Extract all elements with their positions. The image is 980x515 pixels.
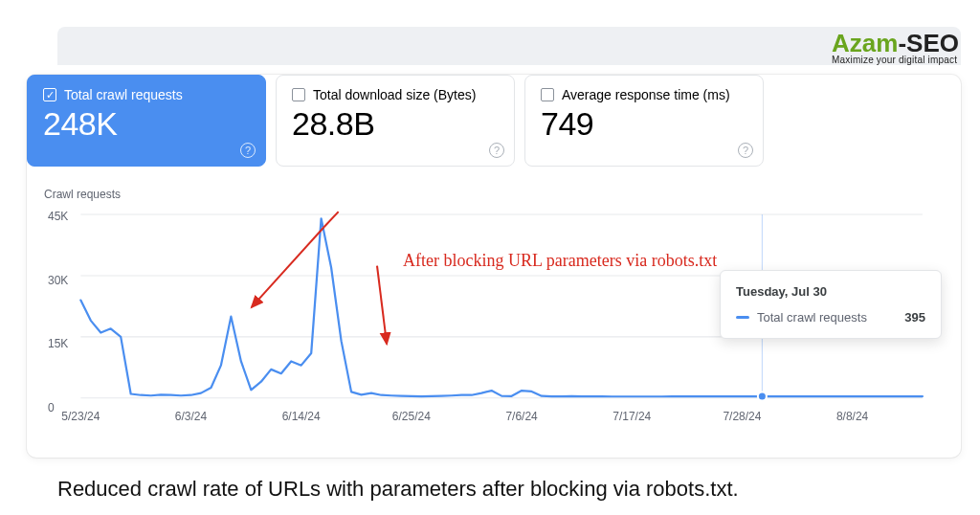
checkbox-icon xyxy=(541,88,554,101)
tooltip-title: Tuesday, Jul 30 xyxy=(736,284,925,299)
tile-label: Total download size (Bytes) xyxy=(313,87,476,102)
checkbox-icon xyxy=(292,88,305,101)
x-tick-label: 6/3/24 xyxy=(175,410,207,423)
series-color-swatch xyxy=(736,316,749,319)
page-header-strip xyxy=(57,27,961,65)
metric-tiles: Total crawl requests 248K ? Total downlo… xyxy=(27,75,961,167)
x-tick-label: 6/25/24 xyxy=(392,410,431,423)
tile-label: Average response time (ms) xyxy=(562,87,730,102)
logo-part-b: -SEO xyxy=(898,29,959,57)
tile-label: Total crawl requests xyxy=(64,87,183,102)
x-tick-label: 8/8/24 xyxy=(836,410,868,423)
x-tick-label: 7/6/24 xyxy=(505,410,537,423)
svg-point-5 xyxy=(758,392,767,401)
chart-tooltip: Tuesday, Jul 30 Total crawl requests 395 xyxy=(720,270,942,339)
chart-title: Crawl requests xyxy=(44,188,932,201)
tooltip-value: 395 xyxy=(904,310,925,325)
brand-logo: Azam-SEO Maximize your digital impact xyxy=(832,31,959,65)
x-tick-label: 6/14/24 xyxy=(282,410,321,423)
tile-avg-response-time[interactable]: Average response time (ms) 749 ? xyxy=(524,75,764,167)
x-tick-label: 7/17/24 xyxy=(612,410,651,423)
x-tick-label: 5/23/24 xyxy=(61,410,100,423)
tile-value: 749 xyxy=(541,106,747,142)
help-icon[interactable]: ? xyxy=(489,143,504,158)
checkbox-icon xyxy=(43,88,56,101)
logo-part-a: Azam xyxy=(832,29,898,57)
line-chart[interactable]: 45K 30K 15K 0 After blocking URL paramet… xyxy=(44,203,932,423)
tile-total-crawl-requests[interactable]: Total crawl requests 248K ? xyxy=(27,75,266,167)
logo-tagline: Maximize your digital impact xyxy=(832,56,959,65)
x-tick-label: 7/28/24 xyxy=(723,410,761,423)
tile-value: 28.8B xyxy=(292,106,499,142)
figure-caption: Reduced crawl rate of URLs with paramete… xyxy=(57,477,942,502)
tile-total-download-size[interactable]: Total download size (Bytes) 28.8B ? xyxy=(276,75,515,167)
help-icon[interactable]: ? xyxy=(240,143,256,158)
tooltip-series: Total crawl requests xyxy=(757,310,867,325)
help-icon[interactable]: ? xyxy=(738,143,753,158)
metrics-card: Total crawl requests 248K ? Total downlo… xyxy=(27,75,961,458)
chart-area: Crawl requests 45K 30K 15K 0 xyxy=(44,188,932,435)
tile-value: 248K xyxy=(43,106,250,142)
